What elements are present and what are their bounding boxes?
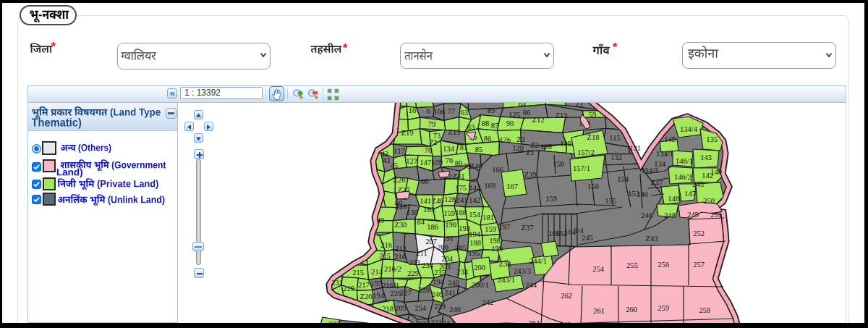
svg-text:144: 144 <box>469 184 481 192</box>
svg-text:254: 254 <box>414 304 427 312</box>
svg-text:235: 235 <box>434 269 446 277</box>
svg-text:183: 183 <box>423 206 435 214</box>
svg-text:198: 198 <box>489 237 501 245</box>
svg-text:90: 90 <box>506 119 514 127</box>
svg-text:127: 127 <box>406 157 417 165</box>
svg-text:175: 175 <box>455 184 467 192</box>
svg-text:Z47: Z47 <box>651 179 663 187</box>
svg-text:246: 246 <box>641 211 652 219</box>
svg-text:228: 228 <box>418 286 430 294</box>
svg-text:233: 233 <box>409 258 420 266</box>
svg-text:255: 255 <box>626 261 638 269</box>
svg-text:248: 248 <box>664 211 676 219</box>
svg-text:135: 135 <box>706 135 718 143</box>
svg-text:83: 83 <box>467 123 475 131</box>
svg-text:231: 231 <box>331 279 343 287</box>
svg-text:157/1: 157/1 <box>573 164 590 172</box>
svg-text:216/1: 216/1 <box>382 282 399 290</box>
svg-text:242: 242 <box>482 298 493 306</box>
svg-text:254: 254 <box>592 265 605 273</box>
svg-text:134/4: 134/4 <box>680 125 698 133</box>
svg-text:146/2: 146/2 <box>674 173 692 181</box>
svg-text:258: 258 <box>699 306 710 314</box>
svg-text:251: 251 <box>710 211 722 219</box>
svg-text:128: 128 <box>444 195 456 203</box>
svg-text:159: 159 <box>545 195 557 203</box>
svg-text:45: 45 <box>391 161 399 169</box>
svg-text:194: 194 <box>469 230 481 238</box>
svg-text:195: 195 <box>468 249 480 257</box>
svg-text:73: 73 <box>433 132 441 140</box>
svg-text:257: 257 <box>693 261 705 269</box>
svg-text:261: 261 <box>593 307 605 315</box>
svg-text:146: 146 <box>637 190 648 198</box>
svg-text:131: 131 <box>629 144 641 152</box>
svg-text:218: 218 <box>382 305 393 313</box>
svg-text:240: 240 <box>449 306 461 314</box>
svg-text:234: 234 <box>456 268 469 276</box>
svg-text:Z1: Z1 <box>526 148 535 156</box>
svg-text:194: 194 <box>373 292 385 300</box>
svg-text:239: 239 <box>434 303 446 311</box>
svg-text:Z40: Z40 <box>470 162 482 170</box>
svg-text:Z15: Z15 <box>448 128 461 136</box>
svg-text:86: 86 <box>523 109 531 117</box>
svg-text:132: 132 <box>610 154 622 161</box>
svg-text:66: 66 <box>421 177 429 185</box>
svg-text:188: 188 <box>469 239 481 247</box>
svg-text:49: 49 <box>377 216 385 224</box>
svg-text:Z43: Z43 <box>646 235 658 243</box>
svg-text:200: 200 <box>474 264 485 272</box>
svg-text:86: 86 <box>484 135 492 143</box>
svg-text:120: 120 <box>512 144 524 152</box>
svg-text:249: 249 <box>687 211 699 219</box>
svg-text:158: 158 <box>553 160 564 168</box>
svg-text:89: 89 <box>488 106 495 114</box>
svg-text:Z37: Z37 <box>522 224 534 232</box>
svg-text:Z41: Z41 <box>453 172 465 180</box>
svg-text:209: 209 <box>395 304 407 312</box>
svg-text:246: 246 <box>431 290 443 298</box>
svg-text:213: 213 <box>395 245 407 253</box>
svg-text:Z12: Z12 <box>532 116 545 124</box>
svg-text:168: 168 <box>455 209 467 216</box>
svg-text:154: 154 <box>617 175 629 183</box>
svg-text:216: 216 <box>380 241 392 249</box>
svg-text:142: 142 <box>469 196 480 204</box>
svg-text:59: 59 <box>589 111 597 119</box>
svg-text:106: 106 <box>433 108 445 116</box>
svg-text:81: 81 <box>460 143 468 151</box>
svg-text:256: 256 <box>658 261 669 269</box>
svg-text:215: 215 <box>352 269 364 277</box>
svg-text:155: 155 <box>605 197 616 205</box>
svg-text:109: 109 <box>431 159 443 167</box>
svg-text:214: 214 <box>371 268 383 276</box>
svg-text:244: 244 <box>525 281 537 289</box>
svg-text:243/1: 243/1 <box>498 276 515 284</box>
svg-text:204: 204 <box>441 255 454 263</box>
svg-text:229: 229 <box>407 269 419 277</box>
svg-text:260: 260 <box>626 306 637 314</box>
svg-text:117: 117 <box>393 147 404 155</box>
svg-text:250: 250 <box>703 197 715 205</box>
svg-text:Z18: Z18 <box>587 133 600 141</box>
svg-text:Z39: Z39 <box>524 171 537 179</box>
svg-text:143: 143 <box>700 154 712 161</box>
svg-text:156: 156 <box>587 182 599 190</box>
svg-text:Z3: Z3 <box>516 135 525 143</box>
svg-text:157/2: 157/2 <box>577 148 595 156</box>
svg-text:216/2: 216/2 <box>384 265 401 273</box>
svg-text:215: 215 <box>379 252 391 260</box>
svg-text:211: 211 <box>416 249 427 257</box>
svg-text:154: 154 <box>469 211 481 219</box>
svg-text:129: 129 <box>560 140 571 148</box>
svg-text:259: 259 <box>658 304 669 312</box>
svg-text:77: 77 <box>448 107 456 115</box>
svg-text:Z20: Z20 <box>360 293 373 300</box>
svg-text:125: 125 <box>509 111 520 119</box>
svg-text:140: 140 <box>710 168 722 176</box>
svg-text:227: 227 <box>400 289 412 297</box>
svg-text:194: 194 <box>433 278 445 286</box>
svg-text:134: 134 <box>443 145 455 153</box>
svg-text:Z1: Z1 <box>575 103 584 109</box>
